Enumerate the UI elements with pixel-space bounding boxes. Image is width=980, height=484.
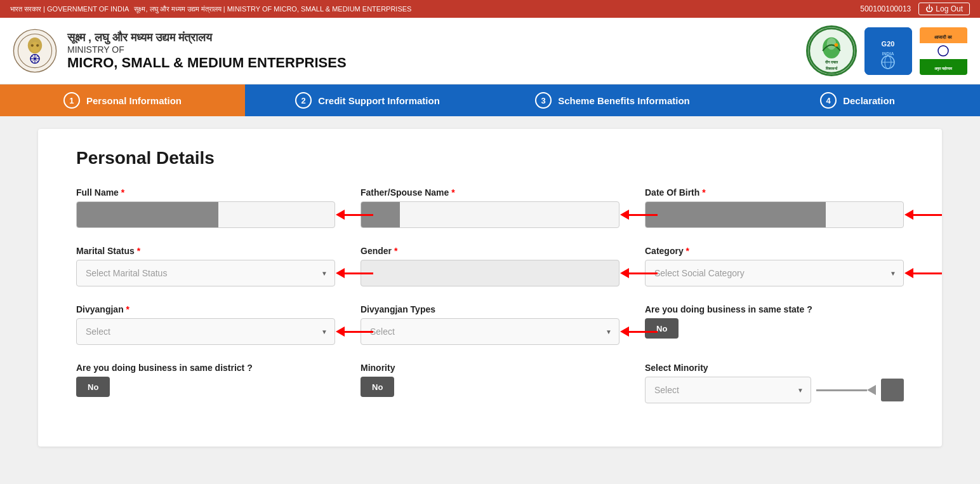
form-group-father-spouse: Father/Spouse Name * <box>361 187 619 228</box>
step-1-num: 1 <box>63 92 80 109</box>
required-asterisk-7: * <box>126 304 129 314</box>
form-row-2: Marital Status * Select Marital Status S… <box>76 246 904 286</box>
wizard-nav: 1 Personal Information 2 Credit Support … <box>0 84 980 116</box>
minority-label: Minority <box>361 363 619 373</box>
svg-point-3 <box>30 42 39 53</box>
top-bar: भारत सरकार | GOVERNMENT OF INDIA सूक्ष्म… <box>0 0 980 18</box>
ministry-of-label: MINISTRY OF <box>67 44 347 55</box>
gender-input[interactable]: Female <box>361 260 619 286</box>
svg-text:आजादी का: आजादी का <box>934 34 952 39</box>
svg-point-5 <box>36 44 39 47</box>
form-group-dob: Date Of Birth * <box>645 187 904 228</box>
header: सूक्ष्म , लघु और मध्यम उद्यम मंत्रालय MI… <box>0 18 980 84</box>
divyangjan-types-select[interactable]: Select <box>361 318 619 345</box>
form-row-3: Divyangjan * Select Yes No Di <box>76 304 904 345</box>
step-2-num: 2 <box>295 92 312 109</box>
form-group-divyangjan-types: Divyangjan Types Select <box>361 304 619 345</box>
step-4-label: Declaration <box>843 95 895 106</box>
main-content: Personal Details Full Name * Father/Spou… <box>38 129 942 447</box>
header-left: सूक्ष्म , लघु और मध्यम उद्यम मंत्रालय MI… <box>13 29 347 73</box>
form-group-fullname: Full Name * <box>76 187 335 228</box>
marital-status-label: Marital Status * <box>76 246 335 256</box>
same-district-no-button[interactable]: No <box>76 377 110 397</box>
form-group-same-state: Are you doing business in same state ? N… <box>645 304 904 345</box>
svg-text:INDIA: INDIA <box>882 51 894 56</box>
step-2-label: Credit Support Information <box>318 95 440 106</box>
dob-input[interactable] <box>645 201 904 228</box>
dob-label: Date Of Birth * <box>645 187 904 198</box>
father-spouse-label: Father/Spouse Name * <box>361 187 619 198</box>
form-group-same-district: Are you doing business in same district … <box>76 363 335 403</box>
wizard-step-3[interactable]: 3 Scheme Benefits Information <box>490 84 735 116</box>
form-group-select-minority: Select Minority Select <box>645 363 904 403</box>
top-bar-left: भारत सरकार | GOVERNMENT OF INDIA सूक्ष्म… <box>10 5 411 13</box>
svg-text:विश्वकर्मा: विश्वकर्मा <box>825 66 838 71</box>
form-group-marital: Marital Status * Select Marital Status S… <box>76 246 335 286</box>
hindi-title: सूक्ष्म , लघु और मध्यम उद्यम मंत्रालय <box>67 31 347 44</box>
required-asterisk-6: * <box>686 246 689 256</box>
svg-text:दीन दयाल: दीन दयाल <box>824 60 838 64</box>
select-minority-label: Select Minority <box>645 363 904 373</box>
svg-point-15 <box>835 43 838 47</box>
header-right: दीन दयाल विश्वकर्मा G20 INDIA <box>806 25 967 76</box>
ministry-label-top: सूक्ष्म, लघु और मध्यम उद्यम मंत्रालय | M… <box>134 5 411 13</box>
same-state-label: Are you doing business in same state ? <box>645 304 904 314</box>
power-icon: ⏻ <box>925 4 933 13</box>
emblem-icon <box>13 29 57 73</box>
full-name-input[interactable] <box>76 201 335 228</box>
marital-status-select[interactable]: Select Marital Status Single Married Div… <box>76 260 335 286</box>
svg-point-14 <box>827 38 837 50</box>
svg-text:G20: G20 <box>882 40 895 48</box>
step-3-label: Scheme Benefits Information <box>558 95 690 106</box>
gender-label: Gender * <box>361 246 619 256</box>
header-title: सूक्ष्म , लघु और मध्यम उद्यम मंत्रालय MI… <box>67 31 347 71</box>
wizard-step-4[interactable]: 4 Declaration <box>735 84 980 116</box>
required-asterisk-3: * <box>702 187 705 198</box>
full-name-label: Full Name * <box>76 187 335 198</box>
form-row-1: Full Name * Father/Spouse Name * <box>76 187 904 228</box>
form-group-gender: Gender * Female <box>361 246 619 286</box>
step-3-num: 3 <box>535 92 552 109</box>
required-asterisk-2: * <box>451 187 454 198</box>
section-title: Personal Details <box>76 148 904 168</box>
category-select[interactable]: Select Social Category General OBC SC ST <box>645 260 904 286</box>
azadi-badge: आजादी का अमृत महोत्सव <box>920 27 967 75</box>
divyangjan-types-label: Divyangjan Types <box>361 304 619 314</box>
divyangjan-label: Divyangjan * <box>76 304 335 314</box>
svg-text:अमृत महोत्सव: अमृत महोत्सव <box>934 66 953 71</box>
india-badge: दीन दयाल विश्वकर्मा <box>806 25 857 76</box>
step-4-num: 4 <box>820 92 837 109</box>
top-bar-right: 500100100013 ⏻ Log Out <box>860 3 970 15</box>
divyangjan-select[interactable]: Select Yes No <box>76 318 335 345</box>
ministry-name-label: MICRO, SMALL & MEDIUM ENTERPRISES <box>67 55 347 71</box>
form-row-4: Are you doing business in same district … <box>76 363 904 403</box>
same-district-label: Are you doing business in same district … <box>76 363 335 373</box>
father-spouse-input[interactable] <box>361 201 619 228</box>
gov-label: भारत सरकार | GOVERNMENT OF INDIA <box>10 5 129 13</box>
user-id: 500100100013 <box>860 4 911 13</box>
wizard-step-2[interactable]: 2 Credit Support Information <box>245 84 490 116</box>
select-minority-select[interactable]: Select <box>645 377 811 403</box>
step-1-label: Personal Information <box>86 95 182 106</box>
form-group-category: Category * Select Social Category Genera… <box>645 246 904 286</box>
g20-badge: G20 INDIA <box>864 27 912 75</box>
required-asterisk: * <box>121 187 124 198</box>
svg-point-4 <box>31 44 34 47</box>
form-group-divyangjan: Divyangjan * Select Yes No <box>76 304 335 345</box>
category-label: Category * <box>645 246 904 256</box>
required-asterisk-5: * <box>394 246 397 256</box>
form-group-minority: Minority No <box>361 363 619 403</box>
required-asterisk-4: * <box>137 246 140 256</box>
wizard-step-1[interactable]: 1 Personal Information <box>0 84 245 116</box>
minority-no-button[interactable]: No <box>361 377 394 397</box>
logout-button[interactable]: ⏻ Log Out <box>918 3 970 15</box>
